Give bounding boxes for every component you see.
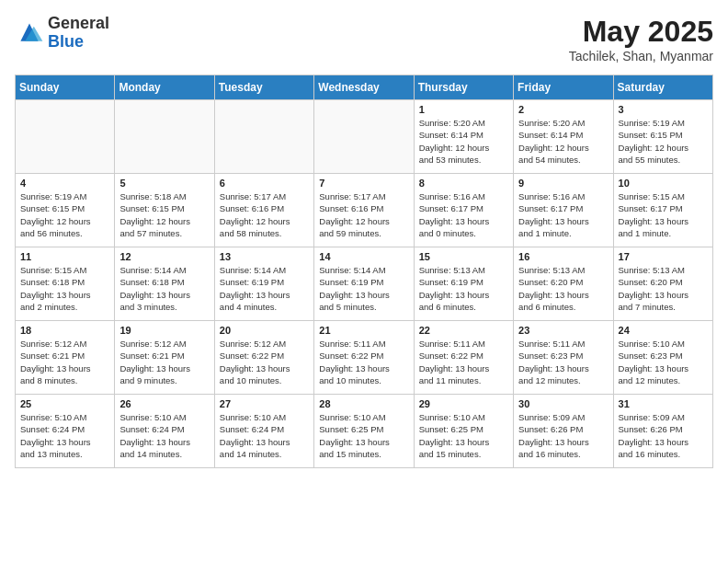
table-row: 24Sunrise: 5:10 AM Sunset: 6:23 PM Dayli… [613,321,712,395]
table-row: 1Sunrise: 5:20 AM Sunset: 6:14 PM Daylig… [414,100,513,174]
day-number: 12 [119,251,209,262]
day-number: 29 [419,398,508,409]
table-row: 10Sunrise: 5:15 AM Sunset: 6:17 PM Dayli… [613,174,712,247]
day-info: Sunrise: 5:17 AM Sunset: 6:16 PM Dayligh… [220,190,309,239]
day-info: Sunrise: 5:14 AM Sunset: 6:19 PM Dayligh… [319,264,408,313]
table-row: 25Sunrise: 5:10 AM Sunset: 6:24 PM Dayli… [16,395,115,468]
logo-text: General Blue [48,15,109,52]
table-row: 28Sunrise: 5:10 AM Sunset: 6:25 PM Dayli… [314,395,414,468]
weekday-row: SundayMondayTuesdayWednesdayThursdayFrid… [16,75,713,100]
table-row: 15Sunrise: 5:13 AM Sunset: 6:19 PM Dayli… [414,247,513,321]
day-info: Sunrise: 5:12 AM Sunset: 6:21 PM Dayligh… [119,338,209,386]
table-row: 4Sunrise: 5:19 AM Sunset: 6:15 PM Daylig… [16,174,115,247]
table-row: 6Sunrise: 5:17 AM Sunset: 6:16 PM Daylig… [214,174,313,247]
day-info: Sunrise: 5:09 AM Sunset: 6:26 PM Dayligh… [619,411,708,460]
day-info: Sunrise: 5:20 AM Sunset: 6:14 PM Dayligh… [518,117,608,166]
day-info: Sunrise: 5:15 AM Sunset: 6:18 PM Dayligh… [20,264,109,313]
day-info: Sunrise: 5:19 AM Sunset: 6:15 PM Dayligh… [619,117,708,166]
table-row: 12Sunrise: 5:14 AM Sunset: 6:18 PM Dayli… [115,247,214,321]
table-row: 23Sunrise: 5:11 AM Sunset: 6:23 PM Dayli… [514,321,613,395]
table-row: 11Sunrise: 5:15 AM Sunset: 6:18 PM Dayli… [16,247,115,321]
day-info: Sunrise: 5:18 AM Sunset: 6:15 PM Dayligh… [119,190,209,239]
day-info: Sunrise: 5:10 AM Sunset: 6:24 PM Dayligh… [20,411,109,460]
day-number: 20 [220,325,309,336]
month-year: May 2025 [569,15,713,49]
day-number: 14 [319,251,408,262]
table-row [314,100,414,174]
table-row: 5Sunrise: 5:18 AM Sunset: 6:15 PM Daylig… [115,174,214,247]
calendar-header: SundayMondayTuesdayWednesdayThursdayFrid… [16,75,713,100]
day-number: 25 [20,398,109,409]
day-info: Sunrise: 5:10 AM Sunset: 6:25 PM Dayligh… [419,411,508,460]
weekday-header: Sunday [16,75,115,100]
calendar-week-row: 11Sunrise: 5:15 AM Sunset: 6:18 PM Dayli… [16,247,713,321]
day-number: 4 [20,178,109,189]
day-number: 21 [319,325,408,336]
weekday-header: Saturday [613,75,712,100]
title-block: May 2025 Tachilek, Shan, Myanmar [569,15,713,63]
day-info: Sunrise: 5:16 AM Sunset: 6:17 PM Dayligh… [518,190,608,239]
day-info: Sunrise: 5:13 AM Sunset: 6:20 PM Dayligh… [619,264,708,313]
day-number: 26 [119,398,209,409]
table-row: 30Sunrise: 5:09 AM Sunset: 6:26 PM Dayli… [514,395,613,468]
weekday-header: Wednesday [314,75,414,100]
weekday-header: Thursday [414,75,513,100]
weekday-header: Tuesday [214,75,313,100]
day-info: Sunrise: 5:13 AM Sunset: 6:19 PM Dayligh… [419,264,508,313]
day-info: Sunrise: 5:13 AM Sunset: 6:20 PM Dayligh… [518,264,608,313]
table-row [214,100,313,174]
day-number: 5 [119,178,209,189]
table-row: 16Sunrise: 5:13 AM Sunset: 6:20 PM Dayli… [514,247,613,321]
table-row: 13Sunrise: 5:14 AM Sunset: 6:19 PM Dayli… [214,247,313,321]
table-row: 7Sunrise: 5:17 AM Sunset: 6:16 PM Daylig… [314,174,414,247]
logo: General Blue [15,15,109,52]
table-row: 26Sunrise: 5:10 AM Sunset: 6:24 PM Dayli… [115,395,214,468]
day-number: 3 [619,104,708,115]
table-row: 31Sunrise: 5:09 AM Sunset: 6:26 PM Dayli… [613,395,712,468]
day-info: Sunrise: 5:17 AM Sunset: 6:16 PM Dayligh… [319,190,408,239]
day-number: 13 [220,251,309,262]
day-number: 28 [319,398,408,409]
day-number: 8 [419,178,508,189]
logo-blue: Blue [48,32,84,51]
day-info: Sunrise: 5:11 AM Sunset: 6:22 PM Dayligh… [419,338,508,386]
day-info: Sunrise: 5:15 AM Sunset: 6:17 PM Dayligh… [619,190,708,239]
calendar-week-row: 4Sunrise: 5:19 AM Sunset: 6:15 PM Daylig… [16,174,713,247]
table-row: 9Sunrise: 5:16 AM Sunset: 6:17 PM Daylig… [514,174,613,247]
day-number: 16 [518,251,608,262]
header: General Blue May 2025 Tachilek, Shan, My… [15,15,713,63]
table-row: 22Sunrise: 5:11 AM Sunset: 6:22 PM Dayli… [414,321,513,395]
table-row: 19Sunrise: 5:12 AM Sunset: 6:21 PM Dayli… [115,321,214,395]
day-info: Sunrise: 5:14 AM Sunset: 6:19 PM Dayligh… [220,264,309,313]
calendar-week-row: 18Sunrise: 5:12 AM Sunset: 6:21 PM Dayli… [16,321,713,395]
calendar-week-row: 25Sunrise: 5:10 AM Sunset: 6:24 PM Dayli… [16,395,713,468]
day-info: Sunrise: 5:10 AM Sunset: 6:23 PM Dayligh… [619,338,708,386]
day-number: 11 [20,251,109,262]
day-info: Sunrise: 5:12 AM Sunset: 6:21 PM Dayligh… [20,338,109,386]
day-number: 18 [20,325,109,336]
day-info: Sunrise: 5:20 AM Sunset: 6:14 PM Dayligh… [419,117,508,166]
day-info: Sunrise: 5:16 AM Sunset: 6:17 PM Dayligh… [419,190,508,239]
day-info: Sunrise: 5:10 AM Sunset: 6:25 PM Dayligh… [319,411,408,460]
day-info: Sunrise: 5:10 AM Sunset: 6:24 PM Dayligh… [220,411,309,460]
calendar-week-row: 1Sunrise: 5:20 AM Sunset: 6:14 PM Daylig… [16,100,713,174]
table-row: 20Sunrise: 5:12 AM Sunset: 6:22 PM Dayli… [214,321,313,395]
day-number: 7 [319,178,408,189]
logo-icon [15,20,44,46]
day-info: Sunrise: 5:11 AM Sunset: 6:23 PM Dayligh… [518,338,608,386]
day-number: 24 [619,325,708,336]
calendar: SundayMondayTuesdayWednesdayThursdayFrid… [15,75,713,468]
day-number: 2 [518,104,608,115]
table-row: 21Sunrise: 5:11 AM Sunset: 6:22 PM Dayli… [314,321,414,395]
day-info: Sunrise: 5:19 AM Sunset: 6:15 PM Dayligh… [20,190,109,239]
day-number: 1 [419,104,508,115]
table-row: 29Sunrise: 5:10 AM Sunset: 6:25 PM Dayli… [414,395,513,468]
day-number: 10 [619,178,708,189]
day-number: 17 [619,251,708,262]
weekday-header: Monday [115,75,214,100]
day-number: 22 [419,325,508,336]
location: Tachilek, Shan, Myanmar [569,49,713,63]
table-row: 17Sunrise: 5:13 AM Sunset: 6:20 PM Dayli… [613,247,712,321]
day-number: 30 [518,398,608,409]
day-info: Sunrise: 5:14 AM Sunset: 6:18 PM Dayligh… [119,264,209,313]
